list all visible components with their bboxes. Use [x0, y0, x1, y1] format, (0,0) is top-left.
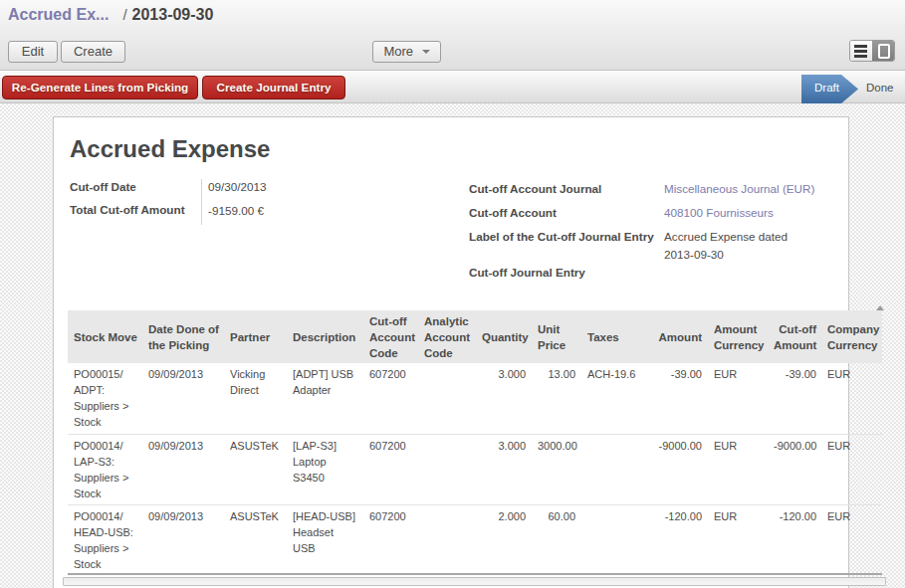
- svg-text:Draft: Draft: [814, 82, 840, 94]
